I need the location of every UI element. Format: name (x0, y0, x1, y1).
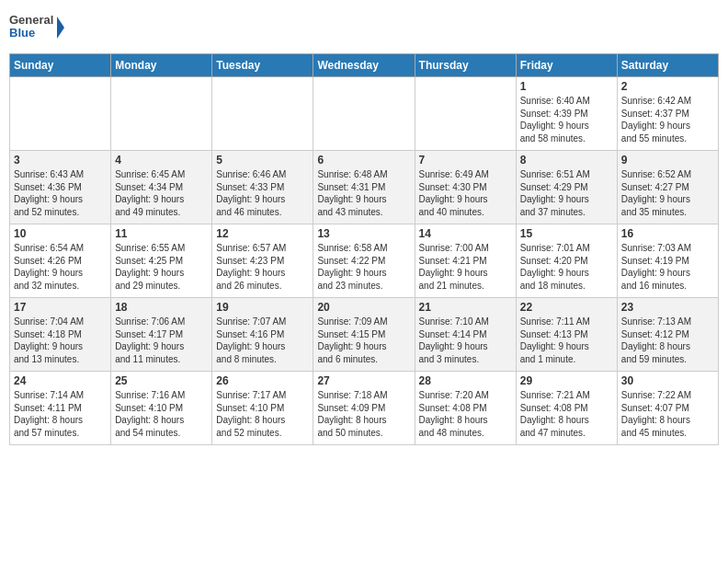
day-cell: 25Sunrise: 7:16 AM Sunset: 4:10 PM Dayli… (111, 372, 212, 445)
day-cell: 15Sunrise: 7:01 AM Sunset: 4:20 PM Dayli… (516, 224, 617, 298)
page-header: General Blue (9, 9, 719, 46)
day-number: 14 (419, 227, 512, 240)
svg-marker-2 (57, 17, 64, 39)
day-number: 19 (216, 301, 309, 314)
day-cell: 5Sunrise: 6:46 AM Sunset: 4:33 PM Daylig… (212, 151, 313, 224)
day-number: 16 (621, 227, 714, 240)
day-cell: 11Sunrise: 6:55 AM Sunset: 4:25 PM Dayli… (111, 224, 212, 298)
day-cell: 6Sunrise: 6:48 AM Sunset: 4:31 PM Daylig… (313, 151, 415, 224)
svg-text:Blue: Blue (9, 26, 35, 40)
day-info: Sunrise: 6:54 AM Sunset: 4:26 PM Dayligh… (14, 242, 107, 292)
day-cell (10, 77, 111, 151)
day-info: Sunrise: 6:58 AM Sunset: 4:22 PM Dayligh… (317, 242, 410, 292)
col-header-tuesday: Tuesday (212, 54, 313, 77)
day-number: 9 (621, 154, 714, 167)
day-number: 2 (621, 80, 714, 93)
day-cell: 14Sunrise: 7:00 AM Sunset: 4:21 PM Dayli… (415, 224, 516, 298)
day-info: Sunrise: 7:13 AM Sunset: 4:12 PM Dayligh… (621, 316, 714, 365)
day-number: 8 (520, 154, 613, 167)
day-cell: 1Sunrise: 6:40 AM Sunset: 4:39 PM Daylig… (516, 77, 617, 151)
day-number: 1 (520, 80, 613, 93)
day-cell: 27Sunrise: 7:18 AM Sunset: 4:09 PM Dayli… (313, 372, 415, 445)
day-cell: 16Sunrise: 7:03 AM Sunset: 4:19 PM Dayli… (617, 224, 718, 298)
day-cell: 2Sunrise: 6:42 AM Sunset: 4:37 PM Daylig… (617, 77, 718, 151)
day-cell: 17Sunrise: 7:04 AM Sunset: 4:18 PM Dayli… (10, 298, 111, 372)
day-number: 29 (520, 374, 613, 387)
col-header-friday: Friday (516, 54, 617, 77)
day-cell (415, 77, 516, 151)
day-number: 27 (317, 374, 410, 387)
day-cell: 7Sunrise: 6:49 AM Sunset: 4:30 PM Daylig… (415, 151, 516, 224)
day-cell: 19Sunrise: 7:07 AM Sunset: 4:16 PM Dayli… (212, 298, 313, 372)
day-cell: 26Sunrise: 7:17 AM Sunset: 4:10 PM Dayli… (212, 372, 313, 445)
day-info: Sunrise: 6:46 AM Sunset: 4:33 PM Dayligh… (216, 168, 309, 218)
day-info: Sunrise: 6:45 AM Sunset: 4:34 PM Dayligh… (115, 168, 208, 218)
day-cell (313, 77, 415, 151)
col-header-saturday: Saturday (617, 54, 718, 77)
day-cell: 18Sunrise: 7:06 AM Sunset: 4:17 PM Dayli… (111, 298, 212, 372)
logo-icon: General Blue (9, 9, 64, 46)
day-number: 11 (115, 227, 208, 240)
day-number: 28 (419, 374, 512, 387)
day-info: Sunrise: 6:48 AM Sunset: 4:31 PM Dayligh… (317, 168, 410, 218)
col-header-monday: Monday (111, 54, 212, 77)
day-cell: 24Sunrise: 7:14 AM Sunset: 4:11 PM Dayli… (10, 372, 111, 445)
day-number: 26 (216, 374, 309, 387)
week-row-2: 3Sunrise: 6:43 AM Sunset: 4:36 PM Daylig… (10, 151, 719, 224)
day-cell: 20Sunrise: 7:09 AM Sunset: 4:15 PM Dayli… (313, 298, 415, 372)
day-info: Sunrise: 6:57 AM Sunset: 4:23 PM Dayligh… (216, 242, 309, 292)
day-info: Sunrise: 7:14 AM Sunset: 4:11 PM Dayligh… (14, 389, 107, 439)
day-cell: 10Sunrise: 6:54 AM Sunset: 4:26 PM Dayli… (10, 224, 111, 298)
day-cell: 3Sunrise: 6:43 AM Sunset: 4:36 PM Daylig… (10, 151, 111, 224)
day-number: 21 (419, 301, 512, 314)
day-cell (212, 77, 313, 151)
col-header-wednesday: Wednesday (313, 54, 415, 77)
day-info: Sunrise: 6:52 AM Sunset: 4:27 PM Dayligh… (621, 168, 714, 218)
day-info: Sunrise: 7:20 AM Sunset: 4:08 PM Dayligh… (419, 389, 512, 439)
week-row-1: 1Sunrise: 6:40 AM Sunset: 4:39 PM Daylig… (10, 77, 719, 151)
col-header-sunday: Sunday (10, 54, 111, 77)
day-number: 22 (520, 301, 613, 314)
day-number: 25 (115, 374, 208, 387)
day-info: Sunrise: 7:17 AM Sunset: 4:10 PM Dayligh… (216, 389, 309, 439)
day-cell: 9Sunrise: 6:52 AM Sunset: 4:27 PM Daylig… (617, 151, 718, 224)
day-number: 5 (216, 154, 309, 167)
day-info: Sunrise: 6:55 AM Sunset: 4:25 PM Dayligh… (115, 242, 208, 292)
week-row-4: 17Sunrise: 7:04 AM Sunset: 4:18 PM Dayli… (10, 298, 719, 372)
week-row-5: 24Sunrise: 7:14 AM Sunset: 4:11 PM Dayli… (10, 372, 719, 445)
day-number: 20 (317, 301, 410, 314)
day-info: Sunrise: 7:04 AM Sunset: 4:18 PM Dayligh… (14, 316, 107, 365)
day-number: 23 (621, 301, 714, 314)
day-number: 3 (14, 154, 107, 167)
day-info: Sunrise: 7:21 AM Sunset: 4:08 PM Dayligh… (520, 389, 613, 439)
day-number: 12 (216, 227, 309, 240)
svg-text:General: General (9, 13, 53, 27)
day-number: 10 (14, 227, 107, 240)
day-info: Sunrise: 7:22 AM Sunset: 4:07 PM Dayligh… (621, 389, 714, 439)
day-info: Sunrise: 6:42 AM Sunset: 4:37 PM Dayligh… (621, 95, 714, 144)
day-info: Sunrise: 6:49 AM Sunset: 4:30 PM Dayligh… (419, 168, 512, 218)
day-cell: 13Sunrise: 6:58 AM Sunset: 4:22 PM Dayli… (313, 224, 415, 298)
day-info: Sunrise: 7:10 AM Sunset: 4:14 PM Dayligh… (419, 316, 512, 365)
day-cell: 22Sunrise: 7:11 AM Sunset: 4:13 PM Dayli… (516, 298, 617, 372)
day-info: Sunrise: 7:16 AM Sunset: 4:10 PM Dayligh… (115, 389, 208, 439)
day-cell: 23Sunrise: 7:13 AM Sunset: 4:12 PM Dayli… (617, 298, 718, 372)
day-number: 18 (115, 301, 208, 314)
day-info: Sunrise: 6:43 AM Sunset: 4:36 PM Dayligh… (14, 168, 107, 218)
day-cell: 12Sunrise: 6:57 AM Sunset: 4:23 PM Dayli… (212, 224, 313, 298)
day-cell: 4Sunrise: 6:45 AM Sunset: 4:34 PM Daylig… (111, 151, 212, 224)
day-number: 13 (317, 227, 410, 240)
day-cell: 30Sunrise: 7:22 AM Sunset: 4:07 PM Dayli… (617, 372, 718, 445)
col-header-thursday: Thursday (415, 54, 516, 77)
day-info: Sunrise: 7:01 AM Sunset: 4:20 PM Dayligh… (520, 242, 613, 292)
day-number: 15 (520, 227, 613, 240)
day-info: Sunrise: 7:18 AM Sunset: 4:09 PM Dayligh… (317, 389, 410, 439)
day-number: 17 (14, 301, 107, 314)
day-info: Sunrise: 7:03 AM Sunset: 4:19 PM Dayligh… (621, 242, 714, 292)
day-info: Sunrise: 7:11 AM Sunset: 4:13 PM Dayligh… (520, 316, 613, 365)
day-info: Sunrise: 7:07 AM Sunset: 4:16 PM Dayligh… (216, 316, 309, 365)
day-info: Sunrise: 7:06 AM Sunset: 4:17 PM Dayligh… (115, 316, 208, 365)
day-number: 4 (115, 154, 208, 167)
day-number: 6 (317, 154, 410, 167)
day-number: 30 (621, 374, 714, 387)
